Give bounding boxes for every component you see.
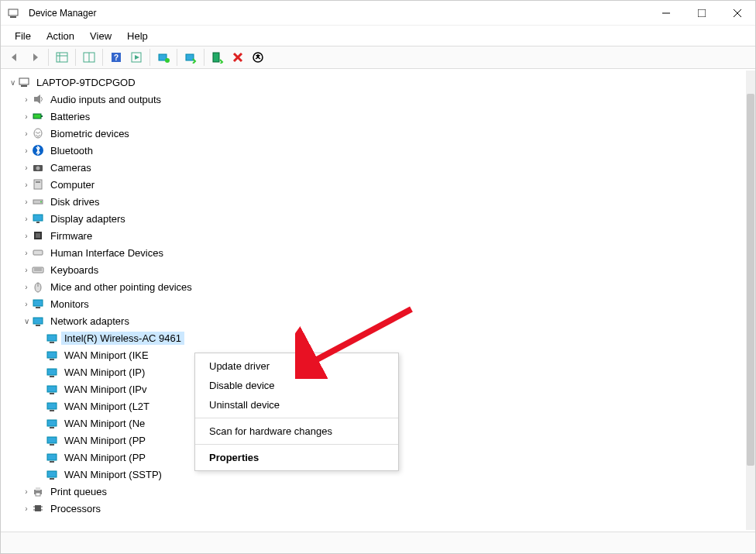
kb-icon	[32, 263, 44, 276]
toolbar-separator	[204, 49, 204, 66]
network-adapter-icon	[46, 383, 58, 395]
svg-rect-23	[34, 97, 37, 102]
svg-rect-34	[33, 215, 43, 221]
show-all-button[interactable]	[53, 48, 71, 67]
ctx-update-driver[interactable]: Update driver	[195, 356, 398, 376]
properties-button[interactable]	[127, 48, 146, 67]
category-item[interactable]: ›Processors	[7, 500, 746, 517]
category-network-adapters[interactable]: ∨ Network adapters	[7, 312, 746, 329]
svg-rect-65	[47, 471, 57, 477]
enable-device-button[interactable]	[208, 48, 227, 67]
category-item[interactable]: ›Batteries	[7, 108, 746, 125]
svg-rect-63	[47, 454, 57, 460]
menu-view[interactable]: View	[84, 29, 118, 43]
category-label: Monitors	[47, 298, 92, 311]
expand-icon[interactable]: ›	[21, 283, 32, 291]
pc-icon	[32, 178, 44, 191]
forward-button[interactable]	[26, 48, 44, 67]
refresh-button[interactable]	[80, 48, 98, 67]
update-driver-button[interactable]	[181, 48, 200, 67]
bt-icon	[32, 144, 44, 157]
minimize-button[interactable]	[648, 1, 684, 26]
category-item[interactable]: ›Keyboards	[7, 261, 746, 278]
root-node[interactable]: ∨ LAPTOP-9TDCPGOD	[7, 74, 746, 91]
disable-device-button[interactable]	[249, 48, 267, 67]
category-item[interactable]: ›Bluetooth	[7, 142, 746, 159]
svg-rect-0	[9, 9, 18, 15]
device-label: Intel(R) Wireless-AC 9461	[61, 332, 184, 345]
category-item[interactable]: ›Monitors	[7, 295, 746, 312]
expand-icon[interactable]: ›	[21, 198, 32, 206]
expand-icon[interactable]: ›	[21, 487, 32, 496]
ctx-properties[interactable]: Properties	[195, 448, 398, 467]
category-label: Firmware	[47, 229, 95, 243]
network-adapter-icon	[46, 349, 58, 361]
category-item[interactable]: ›Cameras	[7, 159, 746, 176]
vertical-scrollbar[interactable]	[746, 71, 755, 530]
expand-icon[interactable]: ›	[21, 112, 32, 121]
device-label: WAN Miniport (PP	[61, 434, 149, 447]
category-item[interactable]: ›Display adapters	[7, 210, 746, 227]
scrollbar-thumb[interactable]	[747, 94, 754, 466]
svg-rect-69	[36, 493, 40, 496]
svg-rect-46	[36, 307, 40, 308]
expand-icon[interactable]: ›	[21, 504, 32, 513]
display-icon	[32, 212, 44, 225]
ctx-separator	[195, 444, 398, 445]
menu-file[interactable]: File	[9, 29, 37, 43]
ctx-scan-hardware[interactable]: Scan for hardware changes	[195, 422, 398, 441]
category-item[interactable]: ›Mice and other pointing devices	[7, 278, 746, 295]
category-item[interactable]: ›Firmware	[7, 227, 746, 244]
category-item[interactable]: ›Human Interface Devices	[7, 244, 746, 261]
expand-icon[interactable]: ›	[21, 181, 32, 189]
category-item[interactable]: ›Print queues	[7, 483, 746, 500]
svg-rect-47	[33, 318, 43, 324]
svg-text:?: ?	[114, 53, 119, 62]
scan-hardware-button[interactable]	[154, 48, 173, 67]
category-item[interactable]: ›Audio inputs and outputs	[7, 91, 746, 108]
toolbar-separator	[48, 49, 49, 66]
expand-icon[interactable]: ›	[21, 266, 32, 274]
expand-icon[interactable]: ›	[21, 146, 32, 155]
expand-icon[interactable]: ›	[21, 129, 32, 138]
maximize-button[interactable]	[684, 1, 720, 26]
network-adapter-icon	[46, 434, 58, 446]
category-label: Audio inputs and outputs	[47, 93, 164, 106]
collapse-icon[interactable]: ∨	[7, 78, 18, 87]
bio-icon	[32, 127, 44, 139]
device-item[interactable]: Intel(R) Wireless-AC 9461	[7, 329, 746, 346]
svg-rect-68	[36, 487, 40, 490]
menu-help[interactable]: Help	[121, 29, 154, 43]
help-button[interactable]: ?	[107, 48, 125, 67]
svg-rect-24	[33, 114, 41, 119]
category-label: Network adapters	[47, 315, 132, 328]
expand-icon[interactable]: ›	[21, 300, 32, 308]
svg-rect-53	[47, 369, 57, 375]
collapse-icon[interactable]: ∨	[21, 317, 32, 325]
category-item[interactable]: ›Computer	[7, 176, 746, 193]
back-button[interactable]	[5, 48, 24, 67]
svg-rect-51	[47, 352, 57, 358]
category-label: Display adapters	[47, 212, 129, 225]
expand-icon[interactable]: ›	[21, 95, 32, 104]
mouse-icon	[32, 280, 44, 293]
expand-icon[interactable]: ›	[21, 249, 32, 257]
expand-icon[interactable]: ›	[21, 232, 32, 240]
ctx-disable-device[interactable]: Disable device	[195, 376, 398, 395]
ctx-uninstall-device[interactable]: Uninstall device	[195, 395, 398, 415]
category-label: Print queues	[47, 485, 110, 498]
menu-action[interactable]: Action	[40, 29, 81, 43]
svg-rect-59	[47, 420, 57, 426]
uninstall-button[interactable]	[229, 48, 247, 67]
svg-point-33	[40, 201, 42, 203]
svg-rect-25	[41, 115, 43, 117]
network-adapter-icon	[46, 332, 58, 344]
expand-icon[interactable]: ›	[21, 163, 32, 172]
title-bar: Device Manager	[1, 1, 755, 26]
pc-icon	[18, 76, 30, 88]
expand-icon[interactable]: ›	[21, 215, 32, 223]
category-item[interactable]: ›Biometric devices	[7, 125, 746, 142]
close-button[interactable]	[720, 1, 755, 26]
category-item[interactable]: ›Disk drives	[7, 193, 746, 210]
fw-icon	[32, 229, 44, 242]
